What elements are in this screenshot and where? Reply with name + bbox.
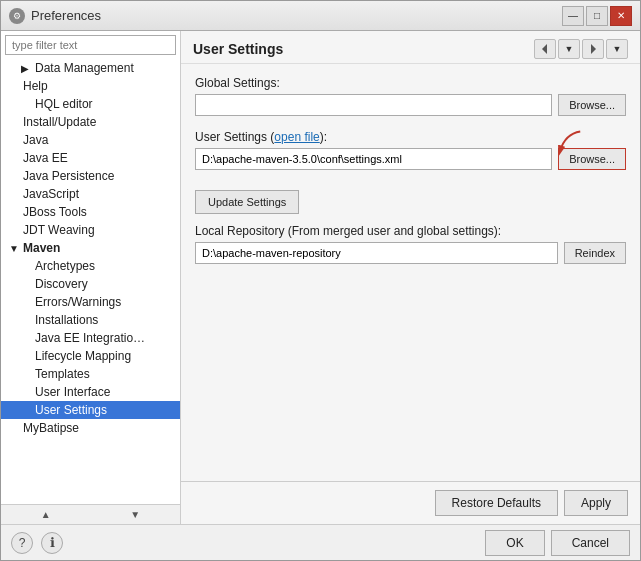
restore-button[interactable]: □ bbox=[586, 6, 608, 26]
update-settings-group: Update Settings bbox=[195, 184, 626, 214]
global-settings-row: Browse... bbox=[195, 94, 626, 116]
user-settings-row: Browse... bbox=[195, 148, 626, 170]
sidebar-item-install-update[interactable]: Install/Update bbox=[1, 113, 180, 131]
user-settings-label-suffix: ): bbox=[320, 130, 327, 144]
sidebar-item-label: MyBatipse bbox=[23, 421, 79, 435]
info-button[interactable]: ℹ bbox=[41, 532, 63, 554]
sidebar-item-java[interactable]: Java bbox=[1, 131, 180, 149]
panel-body: Global Settings: Browse... User Settings… bbox=[181, 64, 640, 481]
sidebar-item-archetypes[interactable]: Archetypes bbox=[1, 257, 180, 275]
sidebar-scroll-controls: ▲ ▼ bbox=[1, 504, 180, 524]
sidebar-item-label: Install/Update bbox=[23, 115, 96, 129]
sidebar-item-label: User Interface bbox=[35, 385, 110, 399]
global-settings-group: Global Settings: Browse... bbox=[195, 76, 626, 116]
sidebar-item-javascript[interactable]: JavaScript bbox=[1, 185, 180, 203]
sidebar-item-discovery[interactable]: Discovery bbox=[1, 275, 180, 293]
user-settings-group: User Settings (open file): Browse... bbox=[195, 130, 626, 170]
local-repo-label: Local Repository (From merged user and g… bbox=[195, 224, 626, 238]
main-content: ▶ Data Management Help HQL editor Instal… bbox=[1, 31, 640, 524]
scroll-down-button[interactable]: ▼ bbox=[91, 505, 181, 524]
sidebar-item-label: Java EE bbox=[23, 151, 68, 165]
panel-header: User Settings ▼ ▼ bbox=[181, 31, 640, 64]
close-button[interactable]: ✕ bbox=[610, 6, 632, 26]
sidebar: ▶ Data Management Help HQL editor Instal… bbox=[1, 31, 181, 524]
bottom-bar: ? ℹ OK Cancel bbox=[1, 524, 640, 560]
tree-area: ▶ Data Management Help HQL editor Instal… bbox=[1, 59, 180, 504]
info-icon: ℹ bbox=[50, 535, 55, 550]
forward-button[interactable] bbox=[582, 39, 604, 59]
sidebar-item-label: Java Persistence bbox=[23, 169, 114, 183]
sidebar-item-user-interface[interactable]: User Interface bbox=[1, 383, 180, 401]
bottom-right-actions: OK Cancel bbox=[485, 530, 630, 556]
apply-button[interactable]: Apply bbox=[564, 490, 628, 516]
sidebar-item-java-persistence[interactable]: Java Persistence bbox=[1, 167, 180, 185]
reindex-button[interactable]: Reindex bbox=[564, 242, 626, 264]
right-panel: User Settings ▼ ▼ bbox=[181, 31, 640, 524]
sidebar-item-lifecycle-mapping[interactable]: Lifecycle Mapping bbox=[1, 347, 180, 365]
title-bar-left: ⚙ Preferences bbox=[9, 8, 101, 24]
title-controls: — □ ✕ bbox=[562, 6, 632, 26]
svg-marker-0 bbox=[542, 44, 547, 54]
local-repo-input[interactable] bbox=[195, 242, 558, 264]
back-button[interactable] bbox=[534, 39, 556, 59]
sidebar-item-errors-warnings[interactable]: Errors/Warnings bbox=[1, 293, 180, 311]
sidebar-item-java-ee[interactable]: Java EE bbox=[1, 149, 180, 167]
bottom-left-actions: ? ℹ bbox=[11, 532, 63, 554]
user-settings-label: User Settings (open file): bbox=[195, 130, 626, 144]
sidebar-item-label: HQL editor bbox=[35, 97, 93, 111]
local-repo-row: Reindex bbox=[195, 242, 626, 264]
scroll-up-button[interactable]: ▲ bbox=[1, 505, 91, 524]
back-icon bbox=[538, 42, 552, 56]
cancel-button[interactable]: Cancel bbox=[551, 530, 630, 556]
sidebar-item-label: Data Management bbox=[35, 61, 134, 75]
panel-toolbar: ▼ ▼ bbox=[534, 39, 628, 59]
expand-arrow: ▼ bbox=[9, 243, 19, 254]
sidebar-item-installations[interactable]: Installations bbox=[1, 311, 180, 329]
global-settings-label: Global Settings: bbox=[195, 76, 626, 90]
local-repo-group: Local Repository (From merged user and g… bbox=[195, 224, 626, 264]
help-button[interactable]: ? bbox=[11, 532, 33, 554]
sidebar-item-templates[interactable]: Templates bbox=[1, 365, 180, 383]
title-bar: ⚙ Preferences — □ ✕ bbox=[1, 1, 640, 31]
sidebar-item-label: Maven bbox=[23, 241, 60, 255]
help-icon: ? bbox=[19, 536, 26, 550]
restore-defaults-button[interactable]: Restore Defaults bbox=[435, 490, 558, 516]
sidebar-item-label: JDT Weaving bbox=[23, 223, 95, 237]
sidebar-item-jdt-weaving[interactable]: JDT Weaving bbox=[1, 221, 180, 239]
sidebar-item-label: Java bbox=[23, 133, 48, 147]
ok-button[interactable]: OK bbox=[485, 530, 544, 556]
sidebar-item-label: Java EE Integratio… bbox=[35, 331, 145, 345]
minimize-button[interactable]: — bbox=[562, 6, 584, 26]
sidebar-item-label: Templates bbox=[35, 367, 90, 381]
panel-title: User Settings bbox=[193, 41, 283, 57]
sidebar-item-label: Lifecycle Mapping bbox=[35, 349, 131, 363]
user-browse-button[interactable]: Browse... bbox=[558, 148, 626, 170]
dropdown-button2[interactable]: ▼ bbox=[606, 39, 628, 59]
sidebar-item-java-ee-integration[interactable]: Java EE Integratio… bbox=[1, 329, 180, 347]
open-file-link[interactable]: open file bbox=[274, 130, 319, 144]
dropdown-button[interactable]: ▼ bbox=[558, 39, 580, 59]
global-browse-button[interactable]: Browse... bbox=[558, 94, 626, 116]
expand-arrow: ▶ bbox=[21, 63, 31, 74]
sidebar-item-jboss-tools[interactable]: JBoss Tools bbox=[1, 203, 180, 221]
sidebar-item-label: User Settings bbox=[35, 403, 107, 417]
svg-marker-1 bbox=[591, 44, 596, 54]
sidebar-item-label: Installations bbox=[35, 313, 98, 327]
sidebar-item-label: Errors/Warnings bbox=[35, 295, 121, 309]
sidebar-item-mybatipse[interactable]: MyBatipse bbox=[1, 419, 180, 437]
panel-footer: Restore Defaults Apply bbox=[181, 481, 640, 524]
global-settings-input[interactable] bbox=[195, 94, 552, 116]
sidebar-item-user-settings[interactable]: User Settings bbox=[1, 401, 180, 419]
window-title: Preferences bbox=[31, 8, 101, 23]
sidebar-item-maven[interactable]: ▼ Maven bbox=[1, 239, 180, 257]
sidebar-item-help[interactable]: Help bbox=[1, 77, 180, 95]
filter-input[interactable] bbox=[5, 35, 176, 55]
sidebar-item-hql-editor[interactable]: HQL editor bbox=[1, 95, 180, 113]
window-icon: ⚙ bbox=[9, 8, 25, 24]
preferences-window: ⚙ Preferences — □ ✕ ▶ Data Management He… bbox=[0, 0, 641, 561]
update-settings-button[interactable]: Update Settings bbox=[195, 190, 299, 214]
sidebar-item-label: Archetypes bbox=[35, 259, 95, 273]
user-settings-label-text: User Settings ( bbox=[195, 130, 274, 144]
user-settings-input[interactable] bbox=[195, 148, 552, 170]
sidebar-item-data-management[interactable]: ▶ Data Management bbox=[1, 59, 180, 77]
